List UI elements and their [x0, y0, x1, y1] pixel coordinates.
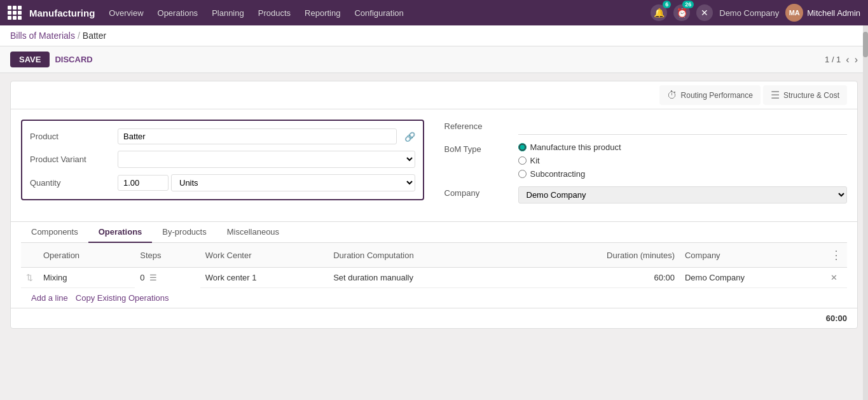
row-steps: 0 ☰ — [135, 268, 200, 287]
pagination-prev[interactable]: ‹ — [846, 54, 849, 66]
scrollbar-thumb[interactable] — [863, 32, 868, 57]
col-company: Company — [680, 243, 825, 268]
bom-type-subcontracting-label: Subcontracting — [530, 169, 586, 179]
user-name: Mitchell Admin — [807, 8, 860, 18]
table-header-row: Operation Steps Work Center Duration Com… — [21, 243, 847, 268]
product-variant-label: Product Variant — [30, 155, 113, 164]
tab-operations[interactable]: Operations — [88, 222, 153, 243]
bom-type-manufacture[interactable]: Manufacture this product — [518, 142, 621, 152]
tabs-area: Components Operations By-products Miscel… — [11, 221, 857, 308]
product-variant-select[interactable] — [118, 151, 415, 168]
row-duration-computation[interactable]: Set duration manually — [328, 268, 517, 288]
total-value: 60:00 — [826, 314, 847, 323]
product-input[interactable] — [118, 128, 397, 144]
tab-miscellaneous[interactable]: Miscellaneous — [217, 222, 289, 243]
form-top-buttons: ⏱ Routing Performance ☰ Structure & Cost — [11, 81, 857, 109]
delete-icon[interactable]: ✕ — [830, 273, 837, 282]
company-field-row: Company Demo Company — [444, 186, 848, 203]
main-content: ⏱ Routing Performance ☰ Structure & Cost… — [0, 73, 868, 336]
clock-circle-icon: ⏱ — [667, 90, 677, 101]
col-drag — [21, 243, 38, 268]
updates-badge[interactable]: ⏰ 26 — [673, 4, 690, 21]
menu-configuration[interactable]: Configuration — [348, 6, 410, 20]
add-line-link[interactable]: Add a line — [31, 293, 68, 303]
user-menu[interactable]: MA Mitchell Admin — [785, 4, 860, 22]
row-company[interactable]: Demo Company — [680, 268, 825, 288]
scrollbar[interactable] — [863, 25, 868, 336]
quantity-row: Units — [118, 174, 415, 191]
col-duration-minutes: Duration (minutes) — [517, 243, 680, 268]
quantity-label: Quantity — [30, 178, 113, 188]
form-card: ⏱ Routing Performance ☰ Structure & Cost… — [10, 81, 858, 329]
app-brand[interactable]: Manufacturing — [8, 6, 95, 20]
pagination-next[interactable]: › — [855, 54, 858, 66]
discard-button[interactable]: DISCARD — [55, 55, 92, 64]
reference-input[interactable] — [518, 120, 848, 135]
avatar-initials: MA — [789, 9, 800, 17]
menu-operations[interactable]: Operations — [151, 6, 205, 20]
notifications-count: 6 — [663, 1, 671, 8]
add-row-links: Add a line Copy Existing Operations — [21, 288, 847, 308]
breadcrumb-parent[interactable]: Bills of Materials — [10, 31, 75, 41]
row-drag-handle[interactable]: ⇅ — [21, 268, 38, 288]
menu-planning[interactable]: Planning — [205, 6, 251, 20]
copy-operations-link[interactable]: Copy Existing Operations — [76, 293, 169, 303]
breadcrumb-current: Batter — [83, 31, 106, 41]
quantity-input[interactable] — [118, 175, 169, 191]
row-duration-minutes[interactable]: 60:00 — [517, 268, 680, 288]
company-label: Company — [444, 186, 508, 198]
menu-reporting[interactable]: Reporting — [298, 6, 347, 20]
form-right: Reference BoM Type Manufacture this prod… — [444, 120, 848, 211]
pagination-text: 1 / 1 — [825, 55, 841, 64]
bom-type-kit[interactable]: Kit — [518, 156, 621, 165]
tab-byproducts[interactable]: By-products — [152, 222, 216, 243]
save-button[interactable]: SAVE — [10, 52, 50, 67]
top-navigation: Manufacturing Overview Operations Planni… — [0, 0, 868, 25]
product-section: Product 🔗 Product Variant Quantity — [21, 120, 424, 200]
breadcrumb: Bills of Materials / Batter — [10, 31, 106, 41]
bom-type-subcontracting-radio[interactable] — [518, 170, 527, 178]
bom-type-manufacture-radio[interactable] — [518, 143, 527, 151]
company-name: Demo Company — [719, 8, 779, 18]
row-operation[interactable]: Mixing — [38, 268, 135, 288]
app-name: Manufacturing — [29, 8, 95, 18]
routing-performance-button[interactable]: ⏱ Routing Performance — [659, 85, 761, 105]
bom-type-manufacture-label: Manufacture this product — [530, 142, 621, 152]
structure-cost-label: Structure & Cost — [783, 91, 839, 100]
bom-type-label: BoM Type — [444, 142, 508, 154]
action-bar: SAVE DISCARD 1 / 1 ‹ › — [0, 46, 868, 73]
col-steps: Steps — [135, 243, 200, 268]
routing-performance-label: Routing Performance — [681, 91, 753, 100]
structure-cost-button[interactable]: ☰ Structure & Cost — [763, 85, 847, 105]
col-operation: Operation — [38, 243, 135, 268]
bom-type-field-row: BoM Type Manufacture this product Kit — [444, 142, 848, 179]
avatar: MA — [785, 4, 803, 22]
drag-handle-icon[interactable]: ⇅ — [26, 273, 33, 282]
pagination-area: 1 / 1 ‹ › — [825, 54, 858, 66]
menu-overview[interactable]: Overview — [102, 6, 149, 20]
column-options-icon[interactable]: ⋮ — [830, 249, 842, 261]
form-footer: 60:00 — [11, 308, 857, 328]
list-icon: ☰ — [771, 89, 780, 101]
notifications-badge[interactable]: 🔔 6 — [651, 4, 667, 21]
breadcrumb-separator: / — [78, 31, 80, 41]
col-work-center: Work Center — [200, 243, 328, 268]
product-variant-field-row: Product Variant — [30, 151, 415, 168]
menu-products[interactable]: Products — [252, 6, 297, 20]
steps-list-icon[interactable]: ☰ — [149, 273, 157, 282]
bom-type-kit-radio[interactable] — [518, 156, 527, 165]
row-delete[interactable]: ✕ — [825, 268, 847, 288]
row-work-center[interactable]: Work center 1 — [200, 268, 328, 288]
col-actions: ⋮ — [825, 243, 847, 268]
tab-components[interactable]: Components — [21, 222, 88, 243]
tabs-bar: Components Operations By-products Miscel… — [21, 222, 847, 243]
table-row: ⇅ Mixing 0 ☰ Work center 1 Set duration … — [21, 268, 847, 288]
company-select[interactable]: Demo Company — [518, 186, 848, 203]
reference-label: Reference — [444, 120, 508, 131]
close-icon[interactable]: ✕ — [696, 4, 713, 21]
operation-value: Mixing — [43, 273, 67, 282]
external-link-icon[interactable]: 🔗 — [404, 132, 415, 142]
unit-select[interactable]: Units — [171, 174, 415, 191]
bom-type-subcontracting[interactable]: Subcontracting — [518, 169, 621, 179]
grid-icon — [8, 6, 22, 20]
